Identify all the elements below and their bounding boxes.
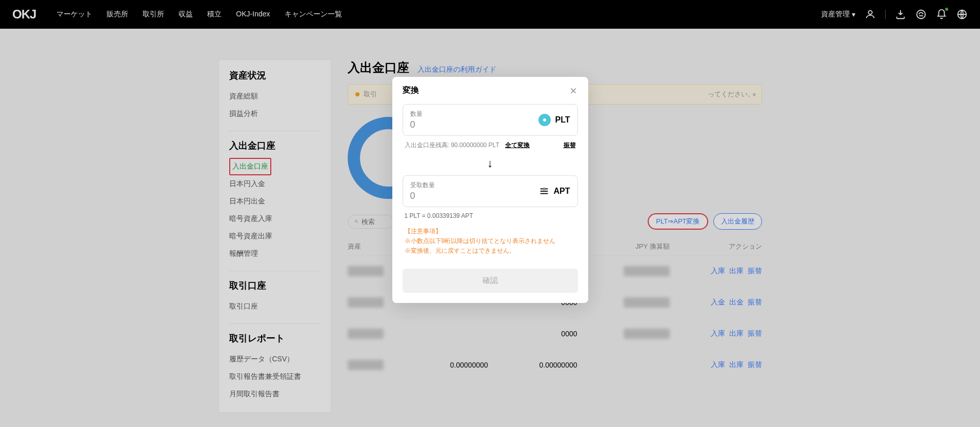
arrow-down-icon: ↓: [403, 150, 578, 175]
balance-value: 90.00000000 PLT: [451, 141, 499, 149]
modal-title: 変換: [403, 85, 419, 96]
plt-coin-icon: [538, 114, 551, 126]
convert-modal: 変換 数量 0 PLT 入出金口座残高: 90.00000000 PLT 全て変…: [392, 77, 588, 303]
qty-value: 0: [410, 119, 539, 130]
warning-block: 【注意事項】 ※小数点以下9桁以降は切り捨てとなり表示されません ※変換後、元に…: [405, 227, 576, 256]
to-coin-badge: APT: [538, 186, 570, 197]
close-icon[interactable]: [569, 86, 578, 95]
to-coin-label: APT: [554, 187, 570, 196]
from-amount-field[interactable]: 数量 0 PLT: [403, 104, 578, 136]
svg-point-9: [543, 188, 545, 190]
warn-line1: ※小数点以下9桁以降は切り捨てとなり表示されません: [405, 236, 576, 246]
recv-value: 0: [410, 191, 538, 201]
svg-point-5: [544, 118, 547, 121]
convert-all-link[interactable]: 全て変換: [505, 141, 530, 149]
balance-label: 入出金口座残高:: [405, 141, 449, 149]
warn-line2: ※変換後、元に戻すことはできません。: [405, 246, 576, 256]
recv-label: 受取数量: [410, 181, 538, 190]
svg-rect-8: [540, 193, 548, 194]
apt-coin-icon: [538, 186, 550, 197]
qty-label: 数量: [410, 110, 539, 118]
to-amount-field: 受取数量 0 APT: [403, 175, 578, 207]
from-coin-label: PLT: [555, 115, 570, 125]
svg-rect-7: [540, 191, 548, 192]
transfer-link[interactable]: 振替: [564, 141, 576, 150]
from-coin-badge: PLT: [538, 114, 570, 126]
exchange-rate: 1 PLT = 0.00339139 APT: [405, 212, 576, 219]
confirm-button[interactable]: 確認: [403, 269, 578, 293]
warn-title: 【注意事項】: [405, 227, 576, 236]
